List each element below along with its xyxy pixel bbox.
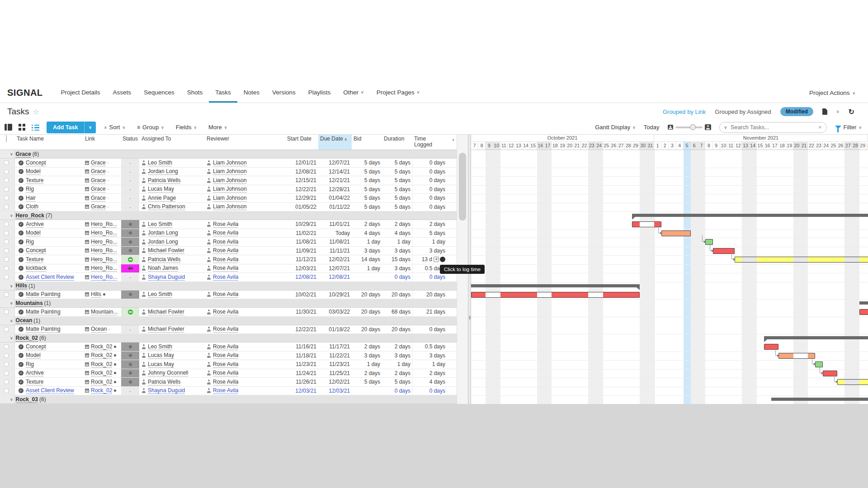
start-date-cell[interactable]: 12/01/21 [285,159,318,167]
start-date-cell[interactable]: 12/22/21 [285,185,318,194]
task-name-link[interactable]: Concept [26,343,46,350]
due-date-cell[interactable]: 03/03/22 [318,308,352,316]
row-checkbox[interactable] [4,362,9,366]
row-select-cell[interactable] [0,378,15,386]
bid-cell[interactable]: 20 days [352,308,382,316]
status-cell[interactable] [121,238,140,246]
status-cell[interactable] [121,343,140,351]
bid-cell[interactable]: 5 days [352,185,382,194]
row-select-cell[interactable] [0,387,15,395]
row-checkbox[interactable] [4,389,9,393]
assigned-to-cell[interactable]: Michael Fowler [140,308,205,316]
task-name-cell[interactable]: Texture [15,176,83,185]
assigned-to-cell[interactable]: Leo Smith [140,220,205,229]
row-select-cell[interactable] [0,255,15,264]
reviewer-cell[interactable]: Liam Johnson [205,194,285,202]
start-date-cell[interactable]: 12/22/21 [285,325,318,334]
nav-tab-other[interactable]: Other∨ [337,83,370,103]
due-date-cell[interactable]: 12/02/21 [318,378,352,386]
link-entity-link[interactable]: Ocean [91,326,107,333]
column-view-icon[interactable] [5,124,12,131]
reviewer-cell[interactable]: Liam Johnson [205,168,285,176]
time-logged-cell[interactable]: 3 days [412,247,447,255]
link-entity-link[interactable]: Rock_02 [91,370,112,376]
reviewer-cell[interactable]: Liam Johnson [205,185,285,194]
nav-tab-notes[interactable]: Notes [237,83,266,103]
status-chip[interactable] [121,369,139,378]
add-task-dropdown[interactable]: ∨ [84,122,96,133]
assigned-person-link[interactable]: Leo Smith [148,343,172,350]
status-chip[interactable]: - [121,325,139,334]
assigned-person-link[interactable]: Shayna Duguid [148,274,185,281]
header-due-date[interactable]: Due Date∧ [318,135,352,150]
duration-cell[interactable]: 5 days [382,159,412,167]
header-assigned-to[interactable]: Assigned To [140,135,205,150]
link-entity-link[interactable]: Hero_Ro... [91,230,117,236]
time-logged-cell[interactable]: 21 days [412,308,447,316]
page-file-icon[interactable] [822,108,827,115]
status-cell[interactable] [121,247,140,255]
assigned-to-cell[interactable]: Shayna Duguid [140,273,205,282]
row-checkbox[interactable] [4,160,9,165]
task-link-cell[interactable]: Hero_Ro... [83,264,121,273]
task-name-link[interactable]: Archive [26,370,44,376]
group-button[interactable]: ≡ Group∨ [137,124,164,131]
assigned-person-link[interactable]: Chris Patterson [148,203,185,210]
task-name-cell[interactable]: kickback [15,264,83,273]
duration-cell[interactable]: 1 day [382,360,412,369]
task-name-cell[interactable]: Rig [15,238,83,246]
task-name-link[interactable]: Matte Painting [26,326,61,333]
reviewer-cell[interactable]: Rose Avila [205,308,285,316]
header-reviewer[interactable]: Reviewer [205,135,285,150]
assigned-person-link[interactable]: Michael Fowler [148,326,184,333]
duration-cell[interactable]: 20 days [382,325,412,334]
bid-cell[interactable]: 5 days [352,159,382,167]
row-checkbox[interactable] [4,239,9,244]
link-entity-link[interactable]: Grace [91,177,106,184]
status-chip[interactable]: - [121,185,139,194]
today-button[interactable]: Today [644,124,660,131]
row-select-cell[interactable] [0,185,15,194]
due-date-cell[interactable]: Today [318,229,352,238]
duration-cell[interactable]: 1 day [382,238,412,246]
gantt-task-bar[interactable] [661,230,691,236]
task-name-link[interactable]: Hair [26,195,36,202]
gantt-summary-bar[interactable] [771,398,868,401]
task-link-cell[interactable]: Rock_02 [83,378,121,386]
row-select-cell[interactable] [0,352,15,360]
task-name-link[interactable]: Texture [26,256,43,263]
time-logged-cell[interactable]: 0 days [412,168,447,176]
header-duration[interactable]: Duration [382,135,412,150]
start-date-cell[interactable]: 12/03/21 [285,264,318,273]
assigned-person-link[interactable]: Patricia Wells [148,256,180,263]
link-entity-link[interactable]: Rock_02 [91,343,112,350]
link-entity-link[interactable]: Rock_02 [91,352,112,359]
start-date-cell[interactable]: 11/30/21 [285,308,318,316]
reviewer-cell[interactable]: Rose Avila [205,387,285,395]
modified-badge[interactable]: Modified [780,107,813,116]
link-entity-link[interactable]: Rock_02 [91,387,112,394]
status-cell[interactable]: - [121,185,140,194]
search-box[interactable]: ∨ × [719,122,827,133]
row-select-cell[interactable] [0,325,15,334]
status-cell[interactable] [121,229,140,238]
link-entity-link[interactable]: Grace [91,168,106,175]
status-chip[interactable] [121,291,139,299]
assigned-to-cell[interactable]: Patricia Wells [140,176,205,185]
start-date-cell[interactable]: 11/18/21 [285,352,318,360]
row-select-cell[interactable] [0,273,15,282]
project-actions-menu[interactable]: Project Actions ∨ [809,89,855,96]
due-date-cell[interactable]: 12/28/21 [318,185,352,194]
start-date-cell[interactable]: 12/29/21 [285,194,318,202]
favorite-star-icon[interactable]: ☆ [33,108,39,116]
task-name-cell[interactable]: Asset Client Review [15,273,83,282]
start-date-cell[interactable]: 11/24/21 [285,369,318,378]
assigned-person-link[interactable]: Jordan Long [148,168,178,175]
group-name-link[interactable]: Ocean [16,317,33,324]
reviewer-cell[interactable]: Rose Avila [205,369,285,378]
header-bid[interactable]: Bid [352,135,382,150]
row-checkbox[interactable] [4,257,9,262]
time-logged-cell[interactable]: 13 d [412,255,447,264]
status-cell[interactable] [121,369,140,378]
nav-tab-tasks[interactable]: Tasks [209,83,237,103]
